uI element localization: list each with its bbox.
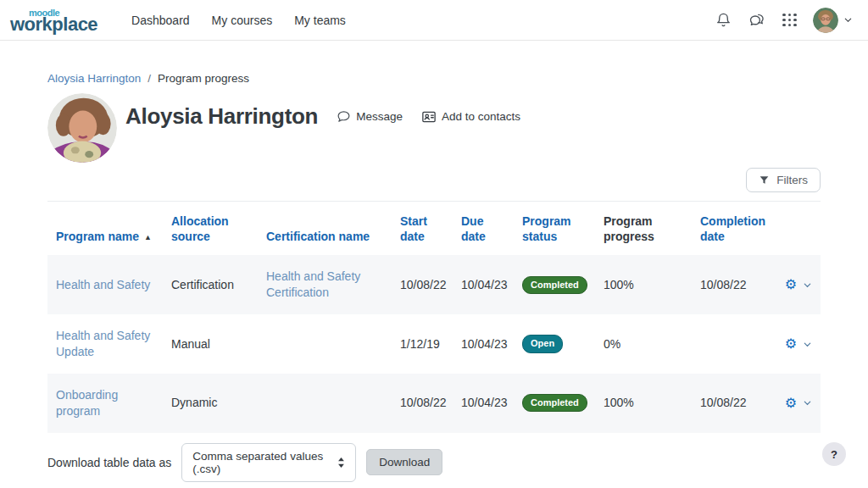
- page-content: Aloysia Harrington / Program progress Al…: [47, 72, 821, 482]
- user-menu[interactable]: [813, 8, 853, 33]
- progress-cell: 0%: [595, 314, 692, 374]
- due-date-cell: 10/04/23: [453, 374, 514, 433]
- add-to-contacts-button[interactable]: Add to contacts: [421, 109, 520, 125]
- nav-my-teams[interactable]: My teams: [294, 14, 346, 27]
- messages-chat-icon[interactable]: [744, 8, 770, 33]
- program-link[interactable]: Health and Safety: [56, 277, 150, 293]
- logo-workplace-text: workplace: [10, 15, 97, 34]
- completion-date-cell: [692, 314, 776, 374]
- allocation-source-cell: Manual: [163, 314, 258, 374]
- download-label: Download table data as: [47, 456, 171, 469]
- row-actions-gear-icon[interactable]: ⚙: [785, 337, 797, 351]
- due-date-cell: 10/04/23: [453, 255, 514, 314]
- row-actions-chevron-icon[interactable]: [803, 340, 812, 349]
- sort-asc-icon: ▲: [144, 233, 152, 243]
- program-link[interactable]: Health and Safety Update: [56, 328, 154, 360]
- progress-cell: 100%: [595, 255, 692, 314]
- filter-funnel-icon: [759, 175, 770, 186]
- start-date-cell: 1/12/19: [392, 314, 453, 374]
- moodle-workplace-logo[interactable]: moodle workplace: [10, 8, 97, 34]
- program-link[interactable]: Onboarding program: [56, 387, 154, 419]
- filters-button[interactable]: Filters: [746, 168, 821, 192]
- row-actions-gear-icon[interactable]: ⚙: [785, 396, 797, 410]
- column-header-program-progress: Program progress: [595, 202, 692, 255]
- certification-link[interactable]: Health and Safety Certification: [266, 269, 383, 301]
- notifications-bell-icon[interactable]: [711, 8, 736, 32]
- column-header-completion-date[interactable]: Completion date: [692, 202, 776, 255]
- select-updown-icon: [337, 458, 345, 468]
- column-header-program-status[interactable]: Program status: [514, 202, 595, 255]
- apps-grid-icon[interactable]: [778, 9, 801, 31]
- row-actions-chevron-icon[interactable]: [803, 280, 812, 290]
- navbar-right: [711, 8, 853, 33]
- selected-format: Comma separated values (.csv): [192, 450, 337, 475]
- message-button[interactable]: Message: [337, 109, 403, 124]
- row-actions-gear-icon[interactable]: ⚙: [785, 278, 797, 291]
- start-date-cell: 10/08/22: [392, 255, 453, 314]
- breadcrumb-separator: /: [147, 72, 151, 85]
- table-row: Onboarding program Dynamic 10/08/22 10/0…: [47, 374, 821, 433]
- column-header-program-name[interactable]: Program name ▲: [47, 202, 163, 255]
- column-header-allocation-source[interactable]: Allocation source: [163, 202, 258, 255]
- page-title: Aloysia Harrington: [125, 103, 318, 130]
- table-row: Health and Safety Certification Health a…: [47, 255, 821, 314]
- profile-avatar: [47, 93, 117, 163]
- breadcrumb-current: Program progress: [158, 72, 249, 85]
- add-to-contacts-label: Add to contacts: [442, 110, 520, 123]
- status-badge: Open: [522, 335, 563, 352]
- navbar-user-avatar: [813, 8, 838, 33]
- download-section: Download table data as Comma separated v…: [47, 443, 821, 482]
- filters-label: Filters: [776, 174, 808, 186]
- column-header-due-date[interactable]: Due date: [453, 202, 514, 255]
- chevron-down-icon: [843, 15, 853, 25]
- completion-date-cell: 10/08/22: [692, 255, 776, 314]
- column-header-start-date[interactable]: Start date: [392, 202, 453, 255]
- due-date-cell: 10/04/23: [453, 314, 514, 374]
- filters-row: Filters: [47, 168, 821, 192]
- column-header-actions: [776, 202, 821, 255]
- table-header-row: Program name ▲ Allocation source Certifi…: [47, 202, 821, 255]
- message-bubble-icon: [337, 109, 351, 124]
- program-progress-table: Program name ▲ Allocation source Certifi…: [47, 201, 821, 433]
- row-actions-chevron-icon[interactable]: [803, 398, 812, 408]
- help-button[interactable]: ?: [822, 442, 846, 466]
- top-navbar: moodle workplace Dashboard My courses My…: [0, 0, 868, 41]
- download-button[interactable]: Download: [366, 449, 442, 475]
- status-badge: Completed: [522, 394, 587, 412]
- nav-my-courses[interactable]: My courses: [212, 14, 273, 27]
- breadcrumb: Aloysia Harrington / Program progress: [47, 72, 821, 85]
- primary-nav: Dashboard My courses My teams: [131, 14, 346, 27]
- profile-header: Aloysia Harrington Message Add to contac…: [47, 93, 821, 163]
- start-date-cell: 10/08/22: [392, 374, 453, 433]
- download-format-select[interactable]: Comma separated values (.csv): [181, 443, 356, 482]
- completion-date-cell: 10/08/22: [692, 374, 776, 433]
- table-row: Health and Safety Update Manual 1/12/19 …: [47, 314, 821, 374]
- breadcrumb-user-link[interactable]: Aloysia Harrington: [47, 72, 141, 85]
- progress-cell: 100%: [595, 374, 692, 433]
- message-label: Message: [356, 110, 403, 123]
- nav-dashboard[interactable]: Dashboard: [131, 14, 190, 27]
- column-header-certification-name[interactable]: Certification name: [258, 202, 392, 255]
- allocation-source-cell: Certification: [163, 255, 258, 314]
- allocation-source-cell: Dynamic: [163, 374, 258, 433]
- status-badge: Completed: [522, 276, 587, 294]
- contacts-card-icon: [421, 109, 437, 125]
